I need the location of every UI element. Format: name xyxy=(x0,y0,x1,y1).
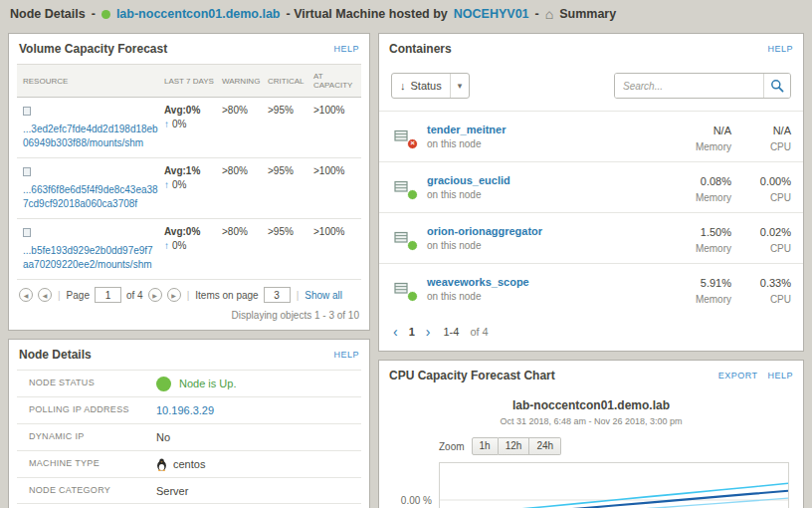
container-icon: × xyxy=(393,127,417,147)
memory-value: 1.50% xyxy=(701,226,731,238)
next-page-chevron[interactable]: › xyxy=(426,325,431,339)
home-icon: ⌂ xyxy=(545,7,553,21)
cpu-value: N/A xyxy=(773,125,791,136)
cpu-value: 0.00% xyxy=(760,175,791,187)
cpu-capacity-forecast-panel: CPU Capacity Forecast Chart EXPORT HELP … xyxy=(378,360,804,508)
search-icon xyxy=(770,79,784,93)
at-capacity-threshold: >100% xyxy=(309,98,361,123)
cpu-value: 0.02% xyxy=(760,226,791,238)
warning-threshold: >80% xyxy=(220,219,266,244)
page-number[interactable]: 1 xyxy=(409,326,415,338)
avg-value: Avg:1% xyxy=(164,165,218,176)
panel-header: CPU Capacity Forecast Chart EXPORT HELP xyxy=(379,361,803,388)
container-name-link[interactable]: orion-orionaggregator xyxy=(427,225,542,237)
warning-threshold: >80% xyxy=(220,98,266,123)
zoom-24h-button[interactable]: 24h xyxy=(529,437,561,455)
column-last7days: LAST 7 DAYS xyxy=(162,70,220,93)
polling-ip-link[interactable]: 10.196.3.29 xyxy=(156,404,214,416)
page-number-input[interactable] xyxy=(95,287,121,303)
container-name-link[interactable]: gracious_euclid xyxy=(427,174,510,186)
detail-label: POLLING IP ADDRESS xyxy=(17,397,154,423)
export-link[interactable]: EXPORT xyxy=(718,371,758,381)
detail-row: DYNAMIC IP No xyxy=(17,424,361,451)
main-layout: Volume Capacity Forecast HELP RESOURCE L… xyxy=(0,28,812,508)
items-on-page-input[interactable] xyxy=(264,287,291,303)
volume-table: RESOURCE LAST 7 DAYS WARNING CRITICAL AT… xyxy=(17,64,361,280)
status-filter-button[interactable]: ↓ Status ▾ xyxy=(391,73,470,99)
show-all-link[interactable]: Show all xyxy=(304,290,342,301)
chart-area: 0.00 % xyxy=(393,462,789,508)
table-pagination: ◀ ◀ | Page of 4 ▶ ▶ | Items on page | Sh… xyxy=(9,280,369,305)
trend-value: 0% xyxy=(172,240,186,251)
page-range: 1-4 xyxy=(443,326,459,338)
y-axis: 0.00 % xyxy=(393,462,439,508)
resource-link[interactable]: ...3ed2efc7fde4dd2d198d18eb06949b303f88/… xyxy=(23,123,158,150)
containers-list: × tender_meitner on this node N/AMemory … xyxy=(379,111,803,314)
memory-label: Memory xyxy=(688,294,731,305)
displaying-objects-text: Displaying objects 1 - 3 of 10 xyxy=(9,305,369,330)
detail-label: NODE CATEGORY xyxy=(17,478,154,504)
node-details-table: NODE STATUS Node is Up. POLLING IP ADDRE… xyxy=(17,370,361,508)
right-column: Containers HELP ↓ Status ▾ xyxy=(378,33,804,508)
container-status-badge xyxy=(407,240,418,251)
panel-header: Containers HELP xyxy=(379,34,803,62)
column-critical: CRITICAL xyxy=(266,70,309,93)
avg-value: Avg:0% xyxy=(164,105,218,116)
resource-link[interactable]: ...b5fe193d929e2b0dd97e9f7aa70209220ee2/… xyxy=(23,244,158,272)
node-name-link[interactable]: lab-noccentcon01.demo.lab xyxy=(116,7,281,21)
container-status-badge xyxy=(407,189,418,200)
search-button[interactable] xyxy=(763,74,790,98)
last-page-button[interactable]: ▶ xyxy=(167,288,181,302)
detail-row: MACHINE TYPE centos xyxy=(17,451,361,478)
container-name-link[interactable]: weaveworks_scope xyxy=(427,276,529,288)
prev-page-chevron[interactable]: ‹ xyxy=(393,325,398,339)
cpu-label: CPU xyxy=(747,192,791,203)
search-input[interactable] xyxy=(615,74,763,98)
items-on-page-label: Items on page xyxy=(195,290,258,301)
next-page-button[interactable]: ▶ xyxy=(148,288,162,302)
separator: | xyxy=(296,290,301,301)
volume-icon xyxy=(23,167,31,176)
breadcrumb: Node Details - lab-noccentcon01.demo.lab… xyxy=(0,0,812,28)
first-page-button[interactable]: ◀ xyxy=(19,288,33,302)
critical-threshold: >95% xyxy=(266,98,309,123)
detail-row: NODE STATUS Node is Up. xyxy=(17,371,361,397)
node-details-panel: Node Details HELP NODE STATUS Node is Up… xyxy=(8,339,370,508)
detail-row: DNS noccentcon01 xyxy=(17,504,361,508)
list-item: × tender_meitner on this node N/AMemory … xyxy=(379,111,803,161)
detail-row: NODE CATEGORY Server xyxy=(17,478,361,505)
container-icon xyxy=(393,279,417,300)
cpu-chart-svg xyxy=(440,463,788,508)
help-link[interactable]: HELP xyxy=(333,350,359,360)
memory-value: 5.91% xyxy=(701,277,731,289)
container-name-link[interactable]: tender_meitner xyxy=(427,124,506,135)
critical-threshold: >95% xyxy=(266,158,309,183)
list-item: gracious_euclid on this node 0.08%Memory… xyxy=(379,161,803,212)
trend-value: 0% xyxy=(172,119,186,129)
panel-title: Volume Capacity Forecast xyxy=(19,42,167,56)
chart-title: lab-noccentcon01.demo.lab xyxy=(393,398,789,412)
resource-link[interactable]: ...663f6f8e6d5f4f9de8c43ea387cd9cf92018a… xyxy=(23,183,158,211)
help-link[interactable]: HELP xyxy=(767,44,793,54)
zoom-label: Zoom xyxy=(439,441,465,452)
table-row: ...3ed2efc7fde4dd2d198d18eb06949b303f88/… xyxy=(17,98,361,158)
detail-value: centos xyxy=(173,458,205,470)
help-link[interactable]: HELP xyxy=(333,44,359,54)
help-link[interactable]: HELP xyxy=(767,371,793,381)
summary-view-link[interactable]: Summary xyxy=(559,7,616,21)
left-column: Volume Capacity Forecast HELP RESOURCE L… xyxy=(8,33,370,508)
separator: | xyxy=(57,290,62,301)
column-at-capacity: AT CAPACITY xyxy=(309,65,361,97)
memory-value: N/A xyxy=(713,125,731,136)
detail-value: Server xyxy=(154,478,361,504)
memory-label: Memory xyxy=(688,243,731,254)
cpu-forecast-plot xyxy=(439,462,789,508)
host-name-link[interactable]: NOCEHYV01 xyxy=(454,7,529,21)
volume-icon xyxy=(23,228,31,237)
prev-page-button[interactable]: ◀ xyxy=(38,288,52,302)
zoom-1h-button[interactable]: 1h xyxy=(472,437,499,455)
separator: | xyxy=(186,290,191,301)
zoom-12h-button[interactable]: 12h xyxy=(499,437,530,455)
detail-label: MACHINE TYPE xyxy=(17,451,154,477)
table-header-row: RESOURCE LAST 7 DAYS WARNING CRITICAL AT… xyxy=(17,64,361,98)
